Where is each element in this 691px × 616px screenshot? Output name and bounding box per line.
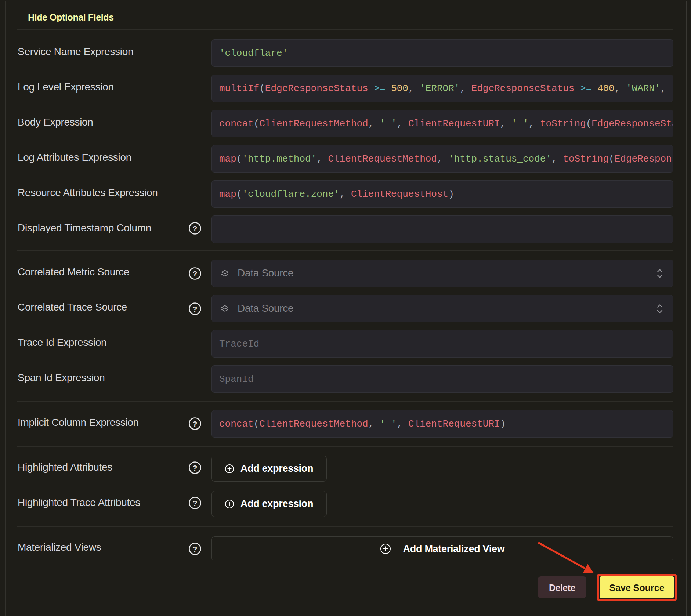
svg-text:?: ? [193,420,198,428]
svg-text:?: ? [193,545,198,553]
svg-text:?: ? [193,464,198,472]
svg-text:?: ? [193,269,198,278]
svg-text:?: ? [193,305,198,313]
svg-text:?: ? [193,224,198,233]
svg-text:?: ? [193,499,198,507]
